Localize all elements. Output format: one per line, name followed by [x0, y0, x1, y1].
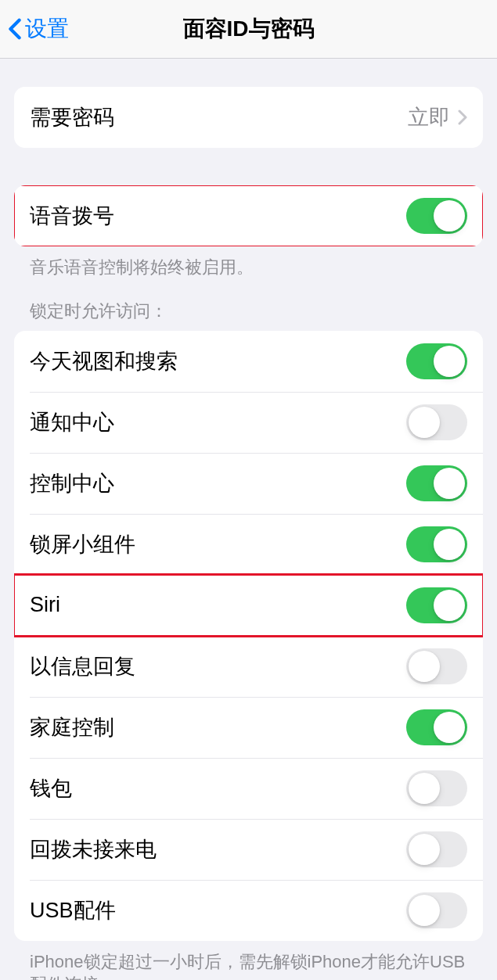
- toggle-voice-dial[interactable]: [406, 198, 467, 234]
- row-voice-dial: 语音拨号: [14, 185, 483, 246]
- row-label: 通知中心: [30, 408, 114, 436]
- group-voice-dial: 语音拨号: [14, 185, 483, 246]
- row-label: Siri: [30, 593, 60, 617]
- header-lock-access: 锁定时允许访问：: [14, 279, 483, 331]
- toggle-lock-access-3[interactable]: [406, 526, 467, 562]
- row-lock-access-5: 以信息回复: [14, 636, 483, 697]
- row-label: 语音拨号: [30, 202, 114, 230]
- row-lock-access-4: Siri: [14, 575, 483, 636]
- group-require-passcode: 需要密码 立即: [14, 87, 483, 148]
- row-label: 控制中心: [30, 469, 114, 497]
- row-lock-access-2: 控制中心: [14, 453, 483, 514]
- toggle-knob: [409, 651, 440, 682]
- row-lock-access-0: 今天视图和搜索: [14, 331, 483, 392]
- row-lock-access-8: 回拨未接来电: [14, 819, 483, 880]
- row-require-passcode[interactable]: 需要密码 立即: [14, 87, 483, 148]
- row-lock-access-7: 钱包: [14, 758, 483, 819]
- toggle-lock-access-6[interactable]: [406, 709, 467, 745]
- row-label: 今天视图和搜索: [30, 347, 178, 375]
- row-label: 以信息回复: [30, 652, 135, 680]
- row-label: 回拨未接来电: [30, 835, 157, 863]
- toggle-knob: [409, 895, 440, 926]
- toggle-knob: [434, 590, 465, 621]
- row-label: 钱包: [30, 774, 72, 802]
- row-value: 立即: [408, 103, 467, 131]
- row-lock-access-9: USB配件: [14, 880, 483, 941]
- toggle-knob: [409, 834, 440, 865]
- toggle-lock-access-7[interactable]: [406, 770, 467, 806]
- back-button[interactable]: 设置: [8, 14, 69, 44]
- group-lock-access: 今天视图和搜索通知中心控制中心锁屏小组件Siri以信息回复家庭控制钱包回拨未接来…: [14, 331, 483, 941]
- toggle-lock-access-4[interactable]: [406, 587, 467, 623]
- footer-lock-access: iPhone锁定超过一小时后，需先解锁iPhone才能允许USB配件连接。: [14, 941, 483, 980]
- toggle-knob: [434, 529, 465, 560]
- toggle-knob: [434, 468, 465, 499]
- page-title: 面容ID与密码: [183, 14, 315, 44]
- chevron-right-icon: [458, 109, 467, 125]
- row-label: 需要密码: [30, 103, 114, 131]
- toggle-lock-access-9[interactable]: [406, 892, 467, 928]
- chevron-left-icon: [8, 18, 22, 40]
- back-label: 设置: [25, 14, 69, 44]
- toggle-lock-access-8[interactable]: [406, 831, 467, 867]
- toggle-lock-access-2[interactable]: [406, 465, 467, 501]
- toggle-lock-access-0[interactable]: [406, 343, 467, 379]
- row-lock-access-6: 家庭控制: [14, 697, 483, 758]
- toggle-knob: [409, 407, 440, 438]
- row-lock-access-1: 通知中心: [14, 392, 483, 453]
- row-label: 锁屏小组件: [30, 530, 135, 558]
- value-text: 立即: [408, 103, 450, 131]
- row-label: USB配件: [30, 896, 116, 924]
- toggle-lock-access-1[interactable]: [406, 404, 467, 440]
- nav-bar: 设置 面容ID与密码: [0, 0, 497, 59]
- toggle-knob: [409, 773, 440, 804]
- toggle-knob: [434, 346, 465, 377]
- row-lock-access-3: 锁屏小组件: [14, 514, 483, 575]
- toggle-knob: [434, 200, 465, 232]
- toggle-knob: [434, 712, 465, 743]
- footer-voice-dial: 音乐语音控制将始终被启用。: [14, 246, 483, 279]
- row-label: 家庭控制: [30, 713, 114, 741]
- toggle-lock-access-5[interactable]: [406, 648, 467, 684]
